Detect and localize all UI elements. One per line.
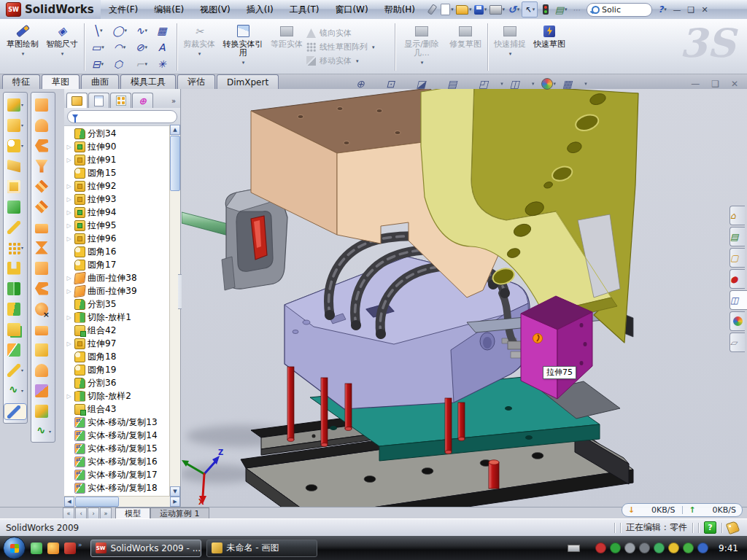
volume-icon[interactable] xyxy=(639,542,650,553)
tree-item[interactable]: ▷ 拉伸93 xyxy=(66,192,170,206)
cut-extrude-icon[interactable]: ▾ xyxy=(4,117,26,133)
expand-arrow-icon[interactable]: ▷ xyxy=(66,196,72,203)
ribbon-tab[interactable]: DimXpert xyxy=(217,74,279,89)
pattern-icon[interactable]: ▾ xyxy=(4,240,26,255)
spline-icon[interactable]: ▾ xyxy=(32,424,54,439)
search-results-icon[interactable]: ● xyxy=(729,269,745,289)
tree-item[interactable]: ▷ 实体-移动/复制15 xyxy=(66,442,170,455)
tree-item[interactable]: ▷ 曲面-拉伸38 xyxy=(66,271,170,284)
insert-part-icon[interactable]: ▾ xyxy=(4,362,26,378)
new-document-button[interactable]: ▾ xyxy=(440,2,454,17)
tree-item[interactable]: ▷ 拉伸92 xyxy=(66,179,170,192)
smart-dimension-button[interactable]: ◈ 智能尺寸▾ xyxy=(42,20,82,74)
options-button[interactable]: ▤▾ xyxy=(554,2,568,17)
sketch-entity-button[interactable]: ∿▾ xyxy=(131,22,152,39)
offset-entities-button[interactable]: 等距实体 xyxy=(267,20,306,74)
dimxpertmanager-tab[interactable]: ⊕ xyxy=(132,93,153,108)
expand-arrow-icon[interactable]: ▷ xyxy=(66,393,72,400)
quick-launch-chevron[interactable]: » xyxy=(78,541,82,548)
tree-item[interactable]: ▷ 实体-移动/复制18 xyxy=(66,481,170,494)
planar-surface-icon[interactable]: ▾ xyxy=(32,199,54,214)
swept-surface-icon[interactable]: ▾ xyxy=(32,97,54,112)
section-view-icon[interactable]: ◪▾ xyxy=(417,78,441,90)
edit-appearance-icon[interactable]: ▾ xyxy=(541,78,557,90)
sketch-entity-button[interactable]: ╲▾ xyxy=(87,22,109,39)
view-orientation-icon[interactable]: ▤▾ xyxy=(447,78,472,90)
tree-item[interactable]: ▷ 分割35 xyxy=(66,298,170,311)
scroll-thumb[interactable] xyxy=(75,497,119,507)
menu-item[interactable]: 视图(V) xyxy=(192,0,239,19)
quick-tips-button[interactable]: ? xyxy=(704,521,716,534)
ruled-surface-icon[interactable]: ▾ xyxy=(32,362,54,378)
ribbon-tab[interactable]: 曲面 xyxy=(81,74,119,89)
menu-item[interactable]: 工具(T) xyxy=(282,0,328,19)
print-button[interactable]: ▾ xyxy=(489,2,506,17)
display-style-icon[interactable]: ◰▾ xyxy=(479,78,503,90)
doc-nav-button[interactable]: ‹ xyxy=(75,508,87,519)
combine-icon[interactable]: ▾ xyxy=(4,322,26,337)
doc-nav-button[interactable]: « xyxy=(63,508,74,519)
search-input[interactable]: Solic xyxy=(587,3,652,17)
expand-arrow-icon[interactable]: ▷ xyxy=(66,314,72,321)
zoom-fit-icon[interactable]: ⊕▾ xyxy=(356,78,379,90)
filled-surface-icon[interactable]: ▾ xyxy=(32,158,54,174)
doc-tab[interactable]: 运动算例 1 xyxy=(150,508,209,519)
wizard-icon[interactable]: ▾ xyxy=(4,219,26,235)
rapid-sketch-button[interactable]: 快速草图 xyxy=(530,20,569,74)
scroll-right-button[interactable]: ▶ xyxy=(170,497,180,507)
configurationmanager-tab[interactable] xyxy=(110,93,131,108)
scroll-up-button[interactable]: ▲ xyxy=(170,125,180,135)
delete-face-icon[interactable]: ▾ xyxy=(32,301,54,316)
select-button[interactable]: ↖▾ xyxy=(522,1,538,18)
ribbon-tab[interactable]: 特征 xyxy=(2,74,40,89)
expand-arrow-icon[interactable]: ▷ xyxy=(66,209,72,216)
mirror-entities-button[interactable]: 镜向实体 xyxy=(306,28,392,39)
start-button[interactable] xyxy=(3,537,26,559)
tree-item[interactable]: ▷ 圆角19 xyxy=(66,363,170,376)
appearances-icon[interactable] xyxy=(729,311,745,331)
doc-minimize-button[interactable]: — xyxy=(691,79,700,89)
sketch-entity-button[interactable]: A▾ xyxy=(152,39,174,55)
solidworks-quicklaunch-icon[interactable] xyxy=(64,542,76,554)
parting-surface-icon[interactable]: ▾ xyxy=(32,342,54,357)
propertymanager-tab[interactable] xyxy=(88,93,109,108)
input-method-icon[interactable] xyxy=(568,545,580,552)
tree-item[interactable]: ▷ 分割36 xyxy=(66,376,170,389)
featuremanager-tab[interactable] xyxy=(66,93,88,108)
move-entities-button[interactable]: 移动实体▾ xyxy=(306,55,392,66)
menu-item[interactable]: 帮助(H) xyxy=(376,0,423,19)
ribbon-tab[interactable]: 模具工具 xyxy=(120,74,176,89)
expand-arrow-icon[interactable]: ▷ xyxy=(66,144,72,150)
sketch-entity-button[interactable]: ◯▾ xyxy=(109,22,131,39)
file-explorer-icon[interactable]: ▢ xyxy=(729,248,745,268)
messenger-icon[interactable] xyxy=(31,542,42,554)
warning-icon[interactable] xyxy=(668,542,679,553)
hide-show-items-icon[interactable]: ◫▾ xyxy=(510,78,535,90)
solidworks-resources-icon[interactable]: ⌂ xyxy=(729,206,745,225)
rebuild-button[interactable] xyxy=(538,2,553,17)
tag-icon[interactable] xyxy=(726,521,740,534)
sketch-entity-button[interactable]: ◠▾ xyxy=(109,39,131,55)
tree-item[interactable]: ▷ 切除-放样2 xyxy=(66,389,170,402)
scroll-thumb[interactable] xyxy=(170,136,180,191)
tree-item[interactable]: ▷ 拉伸97 xyxy=(66,337,170,350)
save-button[interactable]: ▾ xyxy=(473,2,488,17)
menu-item[interactable]: 文件(F) xyxy=(101,0,146,19)
split-icon[interactable]: ▾ xyxy=(4,301,26,316)
tree-filter-input[interactable] xyxy=(67,110,177,123)
tree-item[interactable]: ▷ 圆角15 xyxy=(66,166,170,179)
trim-surface-icon[interactable]: ▾ xyxy=(32,240,54,255)
doc-close-button[interactable]: ✕ xyxy=(731,79,738,89)
design-library-icon[interactable]: ▤ xyxy=(729,227,745,246)
scroll-down-button[interactable]: ▼ xyxy=(170,486,180,497)
measure-icon[interactable]: ▾ xyxy=(4,403,27,420)
media-icon[interactable] xyxy=(47,542,59,554)
offset-surface-icon[interactable]: ▾ xyxy=(32,260,54,276)
expand-arrow-icon[interactable]: ▷ xyxy=(66,183,72,190)
doc-nav-button[interactable]: › xyxy=(88,508,99,519)
sketch-entity-button[interactable]: ▭▾ xyxy=(87,39,109,55)
boss-extrude-icon[interactable]: ▾ xyxy=(4,97,26,112)
tree-item[interactable]: ▷ 拉伸94 xyxy=(66,206,170,219)
tree-item[interactable]: ▷ 圆角18 xyxy=(66,350,170,363)
menu-item[interactable]: 插入(I) xyxy=(239,0,282,19)
